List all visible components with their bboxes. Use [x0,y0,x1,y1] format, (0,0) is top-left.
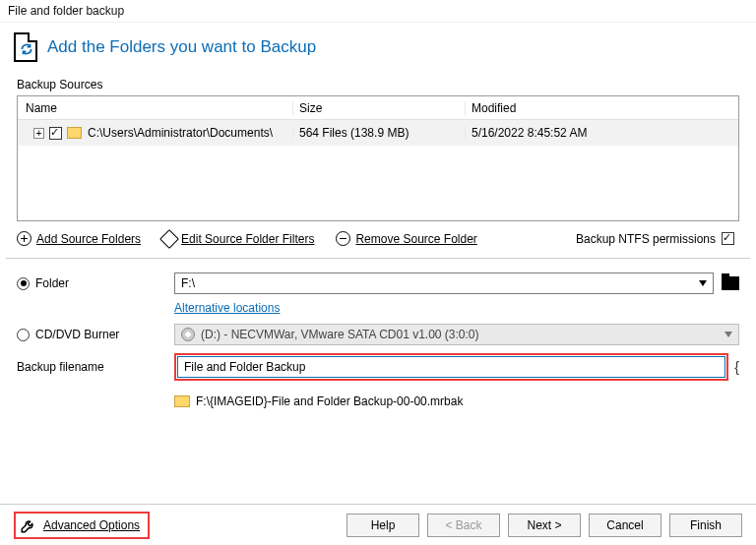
advanced-options-highlight: Advanced Options [14,512,150,539]
cddvd-radio-label: CD/DVD Burner [35,328,119,341]
alternative-locations-link[interactable]: Alternative locations [174,297,280,321]
page-title: Add the Folders you want to Backup [47,37,316,57]
next-button[interactable]: Next > [508,514,581,537]
table-header: Name Size Modified [18,96,738,120]
add-source-folders-link[interactable]: Add Source Folders [17,231,141,246]
pencil-icon [159,229,179,249]
col-header-modified[interactable]: Modified [466,101,738,115]
edit-filters-link[interactable]: Edit Source Folder Filters [162,232,314,246]
backup-doc-icon [14,32,37,62]
browse-folder-button[interactable] [722,276,739,290]
help-button[interactable]: Help [346,514,419,537]
remove-source-link[interactable]: Remove Source Folder [336,231,476,246]
window-title: File and folder backup [0,0,756,23]
add-source-folders-label: Add Source Folders [36,232,141,246]
backup-filename-input[interactable] [177,356,725,378]
remove-source-label: Remove Source Folder [355,232,476,246]
sources-table: Name Size Modified + C:\Users\Administra… [17,95,739,221]
wrench-icon [20,516,37,534]
backup-filename-label: Backup filename [17,360,104,374]
table-row[interactable]: + C:\Users\Administrator\Documents\ 564 … [18,120,738,146]
chevron-down-icon [724,332,732,337]
filename-highlight-box [174,353,728,381]
col-header-size[interactable]: Size [293,101,466,115]
cddvd-combo[interactable]: (D:) - NECVMWar, VMware SATA CD01 v1.00 … [174,324,739,345]
advanced-options-label: Advanced Options [43,518,140,532]
backup-sources-label: Backup Sources [0,70,756,95]
row-modified: 5/16/2022 8:45:52 AM [466,126,738,140]
source-actions: Add Source Folders Edit Source Folder Fi… [0,221,756,258]
back-button[interactable]: < Back [427,514,500,537]
cddvd-value: (D:) - NECVMWar, VMware SATA CD01 v1.00 … [201,328,479,341]
ntfs-permissions-label: Backup NTFS permissions [576,232,716,246]
cancel-button[interactable]: Cancel [589,514,662,537]
wizard-footer: Advanced Options Help < Back Next > Canc… [0,504,756,545]
folder-radio[interactable] [17,277,30,290]
folder-path-combo[interactable]: F:\ [174,272,714,294]
minus-circle-icon [336,231,350,246]
folder-icon [174,395,190,407]
row-checkbox[interactable] [49,127,62,140]
edit-filters-label: Edit Source Folder Filters [181,232,314,246]
folder-path-value: F:\ [181,276,195,290]
cddvd-radio[interactable] [17,329,30,341]
brace-button[interactable]: { [734,359,739,375]
folder-icon [67,127,82,139]
chevron-down-icon [699,280,707,286]
col-header-name[interactable]: Name [18,101,293,115]
disc-icon [181,328,195,341]
destination-panel: Folder F:\ Alternative locations CD/DVD … [0,259,756,414]
folder-radio-label: Folder [35,276,69,290]
page-header: Add the Folders you want to Backup [0,23,756,70]
ntfs-permissions-checkbox[interactable] [722,232,734,245]
row-path: C:\Users\Administrator\Documents\ [88,126,273,140]
target-file-preview: F:\{IMAGEID}-File and Folder Backup-00-0… [196,394,463,408]
finish-button[interactable]: Finish [669,514,742,537]
plus-circle-icon [17,231,32,246]
expand-toggle-icon[interactable]: + [33,128,44,139]
row-size: 564 Files (138.9 MB) [293,126,466,140]
advanced-options-link[interactable]: Advanced Options [43,518,140,532]
